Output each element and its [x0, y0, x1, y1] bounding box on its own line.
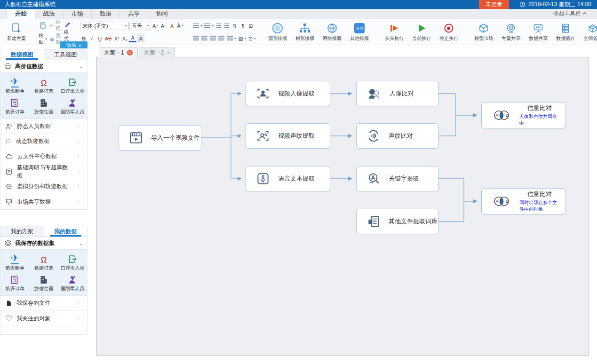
- grid-item-border-entry[interactable]: 口岸出入境: [58, 252, 87, 272]
- ribbon-tab-data[interactable]: 数据: [92, 9, 120, 19]
- sidebar-collapse-button[interactable]: 收缩 «: [60, 41, 88, 48]
- node-voice-compare[interactable]: 声纹比对: [356, 123, 439, 149]
- run-from-start-button[interactable]: 从头执行: [381, 21, 408, 43]
- doc-tab-plan1[interactable]: 方案—1 ✕: [99, 47, 138, 57]
- node-video-face-extract[interactable]: 视频人像提取: [246, 81, 330, 106]
- grid-item-defense-personnel[interactable]: 国防军人员: [58, 272, 87, 293]
- align-left-button[interactable]: [192, 34, 200, 42]
- high-value-data-grid: ✈ 航班舱单 铁路订票 口岸出入境 ✈ 航班订单: [0, 73, 88, 119]
- ribbon-tab-collab[interactable]: 协同: [148, 9, 176, 19]
- cut-button[interactable]: ✂ 剪切: [49, 21, 62, 29]
- close-tab-icon[interactable]: ×: [167, 50, 169, 55]
- format-painter-icon[interactable]: [63, 21, 72, 29]
- tab-my-plans[interactable]: 我的方案: [0, 226, 44, 237]
- ribbon-tab-tactics[interactable]: 战法: [35, 9, 64, 19]
- tree-item-static-person[interactable]: 静态人员数据 〉: [0, 119, 87, 134]
- chevron-down-icon: ⌄: [80, 241, 83, 246]
- subscript-button[interactable]: X₂: [121, 34, 128, 42]
- model-market-button[interactable]: 模型市场: [470, 21, 497, 43]
- ribbon-tab-share[interactable]: 共享: [120, 9, 148, 19]
- grow-font-button[interactable]: A⁺: [151, 22, 159, 30]
- decrease-indent-button[interactable]: [215, 22, 223, 30]
- node-video-voiceprint-extract[interactable]: 视频声纹提取: [246, 123, 330, 149]
- paragraph-mark-button[interactable]: ¶: [239, 22, 247, 30]
- grid-item-border-entry[interactable]: 口岸出入境: [58, 75, 87, 95]
- char-shading-button[interactable]: A: [137, 34, 144, 42]
- ribbon-tab-market[interactable]: 市场: [64, 9, 92, 19]
- run-current-button[interactable]: 当前执行: [408, 21, 435, 43]
- grid-item-rail-ticket[interactable]: 铁路订票: [29, 252, 58, 272]
- layers-icon: [4, 239, 12, 247]
- section-high-value-data[interactable]: 高价值数据 ⌄: [0, 60, 88, 73]
- font-color-button[interactable]: A: [129, 34, 136, 42]
- tab-tool-view[interactable]: 工具视图: [44, 49, 88, 60]
- line-spacing-button[interactable]: ▾: [226, 34, 237, 42]
- align-right-button[interactable]: [209, 34, 217, 42]
- grid-item-flight-order[interactable]: ✈ 航班订单: [0, 272, 29, 293]
- node-other-file-lexicon[interactable]: 其他文件提取词库: [356, 209, 439, 234]
- chevron-right-icon: 〉: [77, 138, 82, 145]
- italic-button[interactable]: I: [88, 34, 96, 42]
- network-layout-button[interactable]: 网络排版: [318, 21, 346, 43]
- grid-item-rail-ticket[interactable]: 铁路订票: [29, 75, 58, 95]
- tree-item-virtual-identity[interactable]: 虚拟身份和轨迹数据 〉: [0, 179, 87, 194]
- clear-format-button[interactable]: A̽▾: [176, 22, 184, 30]
- grid-item-defense-personnel[interactable]: 国防军人员: [58, 95, 87, 116]
- grid-item-flight-manifest[interactable]: ✈ 航班舱单: [0, 252, 29, 272]
- section-saved-datasets[interactable]: 我保存的数据集 ⌄: [0, 237, 88, 250]
- my-tree: 我保存的文件 〉 ♡ 我关注的对象 〉: [0, 296, 88, 326]
- close-tab-icon[interactable]: ✕: [127, 50, 133, 55]
- font-size-combobox[interactable]: 五号 ▾: [129, 22, 151, 30]
- grid-item-hotel[interactable]: 旅馆住宿: [29, 272, 58, 293]
- shrink-font-button[interactable]: A⁻: [160, 22, 168, 30]
- numbered-list-button[interactable]: ▾: [203, 22, 215, 30]
- strikethrough-button[interactable]: AB: [104, 34, 112, 42]
- node-speech-to-text[interactable]: 语音文本提取: [246, 166, 330, 191]
- other-layout-button[interactable]: 其他 其他排版: [346, 21, 373, 43]
- bullet-list-button[interactable]: ▾: [192, 22, 203, 30]
- grid-item-flight-manifest[interactable]: ✈ 航班舱单: [0, 75, 29, 95]
- grid-item-flight-order[interactable]: ✈ 航班订单: [0, 95, 29, 116]
- increase-indent-button[interactable]: [223, 22, 231, 30]
- collapse-toolbar-button[interactable]: 收起工具栏: [554, 10, 587, 17]
- paste-icon[interactable]: [38, 21, 48, 29]
- space-manage-button[interactable]: 空间管理: [579, 21, 597, 43]
- align-justify-button[interactable]: [217, 34, 225, 42]
- new-plan-button[interactable]: 新建方案: [3, 21, 30, 43]
- phonetic-button[interactable]: Ȧ: [168, 22, 175, 30]
- underline-button[interactable]: U: [96, 34, 103, 42]
- tab-my-data[interactable]: 我的数据: [44, 226, 88, 237]
- tab-data-view[interactable]: 数据视图: [0, 49, 44, 60]
- shading-button[interactable]: ▨▾: [237, 34, 247, 42]
- data-retain-button[interactable]: 数据留存: [552, 21, 579, 43]
- font-family-combobox[interactable]: 宋体 (正文) ▾: [80, 22, 129, 30]
- tree-item-survey-library[interactable]: 基础调研与专题库数据 〉: [0, 164, 87, 179]
- paste-button[interactable]: 粘贴 ▾: [38, 35, 48, 43]
- tree-item-cloud-files[interactable]: 云文件中心数据 〉: [0, 149, 87, 164]
- plan-share-button[interactable]: 方案共享: [497, 21, 525, 43]
- node-info-compare-2[interactable]: A B 信息比对 同时出现在多个文件中的对象: [481, 188, 566, 214]
- stop-button[interactable]: 停止执行: [435, 21, 462, 43]
- borders-button[interactable]: ⊡▾: [247, 34, 256, 42]
- tree-item-dynamic-track[interactable]: ⚐ 动态轨迹数据 〉: [0, 134, 87, 149]
- node-import-video[interactable]: 导入一个视频文件: [119, 125, 201, 150]
- tree-layout-button[interactable]: 树形排版: [291, 21, 318, 43]
- data-share-button[interactable]: 数据共享: [525, 21, 552, 43]
- node-info-compare-1[interactable]: A B 信息比对 人像和声纹共同命中: [481, 102, 566, 128]
- ribbon-tab-start[interactable]: 开始: [7, 9, 35, 19]
- circle-layout-button[interactable]: 圆形排版: [264, 21, 291, 43]
- tree-item-market-share-data[interactable]: 市场共享数据 〉: [0, 194, 87, 209]
- chevron-right-icon: 〉: [77, 183, 82, 190]
- doc-tab-plan2[interactable]: 方案—2 ×: [139, 47, 175, 57]
- table-button[interactable]: ⊞: [247, 22, 255, 30]
- node-keyword-extract[interactable]: 关键字提取: [356, 166, 439, 191]
- superscript-button[interactable]: X²: [113, 34, 120, 42]
- login-status-badge[interactable]: 未登录: [479, 0, 509, 9]
- sort-button[interactable]: ⇅: [231, 22, 239, 30]
- grid-item-hotel[interactable]: 旅馆住宿: [29, 95, 58, 116]
- tree-item-my-watched[interactable]: ♡ 我关注的对象 〉: [0, 311, 87, 326]
- tree-item-my-files[interactable]: 我保存的文件 〉: [0, 296, 87, 311]
- flow-canvas[interactable]: 导入一个视频文件 视频人像提取 视频声纹提取 语音文: [96, 57, 589, 356]
- align-center-button[interactable]: [200, 34, 208, 42]
- node-face-compare[interactable]: 人像比对: [356, 81, 439, 106]
